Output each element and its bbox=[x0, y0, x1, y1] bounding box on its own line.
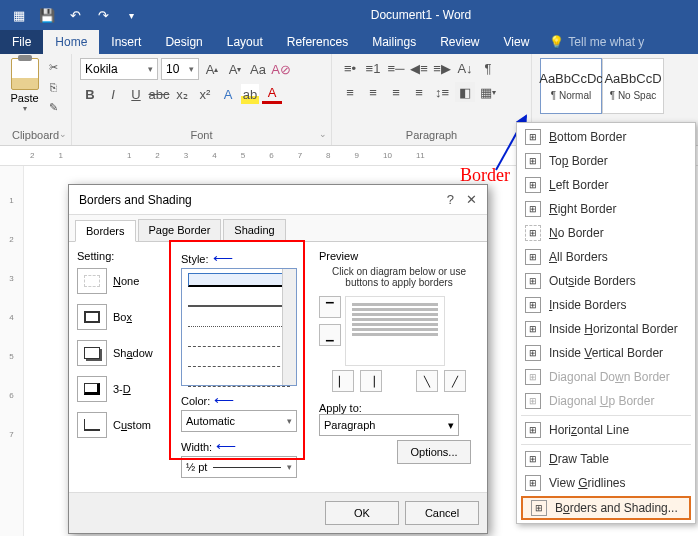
redo-button[interactable]: ↷ bbox=[90, 2, 116, 28]
tab-references[interactable]: References bbox=[275, 30, 360, 54]
dialog-tab-borders[interactable]: Borders bbox=[75, 220, 136, 242]
ok-button[interactable]: OK bbox=[325, 501, 399, 525]
word-app-icon[interactable]: ▦ bbox=[6, 2, 32, 28]
borders-button[interactable]: ▦▾ bbox=[478, 82, 498, 102]
border-menu-icon: ⊞ bbox=[525, 393, 541, 409]
preview-diagram[interactable] bbox=[345, 296, 445, 366]
copy-button[interactable]: ⎘ bbox=[43, 78, 63, 96]
multilevel-button[interactable]: ≡─ bbox=[386, 58, 406, 78]
border-menu-item-15[interactable]: ⊞Borders and Shading... bbox=[521, 496, 691, 520]
vertical-ruler[interactable]: 1234567 bbox=[0, 166, 24, 536]
numbering-button[interactable]: ≡1 bbox=[363, 58, 383, 78]
border-menu-item-0[interactable]: ⊞Bottom Border bbox=[517, 125, 695, 149]
show-marks-button[interactable]: ¶ bbox=[478, 58, 498, 78]
preview-right-button[interactable]: ▕ bbox=[360, 370, 382, 392]
width-combo[interactable]: ½ pt▾ bbox=[181, 456, 297, 478]
qat-customize-icon[interactable]: ▾ bbox=[118, 2, 144, 28]
cut-button[interactable]: ✂ bbox=[43, 58, 63, 76]
change-case-button[interactable]: Aa bbox=[248, 59, 268, 79]
align-center-button[interactable]: ≡ bbox=[363, 82, 383, 102]
underline-button[interactable]: U bbox=[126, 84, 146, 104]
border-menu-item-12[interactable]: ⊞Horizontal Line bbox=[517, 418, 695, 442]
border-menu-item-1[interactable]: ⊞Top Border bbox=[517, 149, 695, 173]
clear-format-button[interactable]: A⊘ bbox=[271, 59, 291, 79]
dialog-tab-shading[interactable]: Shading bbox=[223, 219, 285, 241]
tell-me-label: Tell me what y bbox=[568, 35, 644, 49]
border-menu-item-14[interactable]: ⊞View Gridlines bbox=[517, 471, 695, 495]
subscript-button[interactable]: x₂ bbox=[172, 84, 192, 104]
setting-3d[interactable]: 3-D bbox=[77, 376, 173, 402]
justify-button[interactable]: ≡ bbox=[409, 82, 429, 102]
border-menu-label: Draw Table bbox=[549, 452, 609, 466]
preview-top-button[interactable]: ▔ bbox=[319, 296, 341, 318]
dialog-title-bar[interactable]: Borders and Shading ? ✕ bbox=[69, 185, 487, 215]
decrease-indent-button[interactable]: ◀≡ bbox=[409, 58, 429, 78]
tab-review[interactable]: Review bbox=[428, 30, 491, 54]
align-left-button[interactable]: ≡ bbox=[340, 82, 360, 102]
increase-indent-button[interactable]: ≡▶ bbox=[432, 58, 452, 78]
preview-diag1-button[interactable]: ╲ bbox=[416, 370, 438, 392]
dialog-close-button[interactable]: ✕ bbox=[466, 192, 477, 207]
border-menu-icon: ⊞ bbox=[525, 369, 541, 385]
tab-file[interactable]: File bbox=[0, 30, 43, 54]
tab-mailings[interactable]: Mailings bbox=[360, 30, 428, 54]
italic-button[interactable]: I bbox=[103, 84, 123, 104]
superscript-button[interactable]: x² bbox=[195, 84, 215, 104]
setting-shadow[interactable]: Shadow bbox=[77, 340, 173, 366]
preview-bottom-button[interactable]: ▁ bbox=[319, 324, 341, 346]
style-scrollbar[interactable] bbox=[282, 269, 296, 385]
format-painter-button[interactable]: ✎ bbox=[43, 98, 63, 116]
strikethrough-button[interactable]: abc bbox=[149, 84, 169, 104]
tab-insert[interactable]: Insert bbox=[99, 30, 153, 54]
tab-layout[interactable]: Layout bbox=[215, 30, 275, 54]
color-combo[interactable]: Automatic▾ bbox=[181, 410, 297, 432]
tab-view[interactable]: View bbox=[492, 30, 542, 54]
width-label-text: Width: bbox=[181, 441, 212, 453]
options-button[interactable]: Options... bbox=[397, 440, 471, 464]
undo-button[interactable]: ↶ bbox=[62, 2, 88, 28]
border-menu-item-5[interactable]: ⊞All Borders bbox=[517, 245, 695, 269]
border-menu-item-7[interactable]: ⊞Inside Borders bbox=[517, 293, 695, 317]
sort-button[interactable]: A↓ bbox=[455, 58, 475, 78]
setting-box[interactable]: Box bbox=[77, 304, 173, 330]
style-nospace[interactable]: AaBbCcD ¶ No Spac bbox=[602, 58, 664, 114]
border-menu-item-9[interactable]: ⊞Inside Vertical Border bbox=[517, 341, 695, 365]
dialog-help-button[interactable]: ? bbox=[447, 192, 454, 207]
dialog-tab-page[interactable]: Page Border bbox=[138, 219, 222, 241]
paste-button[interactable]: Paste ▾ bbox=[8, 58, 41, 113]
preview-diag2-button[interactable]: ╱ bbox=[444, 370, 466, 392]
style-normal[interactable]: AaBbCcDc ¶ Normal bbox=[540, 58, 602, 114]
border-menu-item-4[interactable]: ⊞No Border bbox=[517, 221, 695, 245]
save-button[interactable]: 💾 bbox=[34, 2, 60, 28]
shading-button[interactable]: ◧ bbox=[455, 82, 475, 102]
bold-button[interactable]: B bbox=[80, 84, 100, 104]
setting-none[interactable]: None bbox=[77, 268, 173, 294]
cancel-button[interactable]: Cancel bbox=[405, 501, 479, 525]
apply-to-combo[interactable]: Paragraph▾ bbox=[319, 414, 459, 436]
font-size-combo[interactable]: 10▾ bbox=[161, 58, 199, 80]
tab-home[interactable]: Home bbox=[43, 30, 99, 54]
text-effects-button[interactable]: A bbox=[218, 84, 238, 104]
setting-custom[interactable]: Custom bbox=[77, 412, 173, 438]
font-color-button[interactable]: A bbox=[262, 84, 282, 104]
style-list[interactable] bbox=[181, 268, 297, 386]
border-menu-item-2[interactable]: ⊞Left Border bbox=[517, 173, 695, 197]
shrink-font-button[interactable]: A▾ bbox=[225, 59, 245, 79]
tab-design[interactable]: Design bbox=[153, 30, 214, 54]
dialog-tabs: Borders Page Border Shading bbox=[69, 215, 487, 242]
border-menu-icon: ⊞ bbox=[525, 129, 541, 145]
bullets-button[interactable]: ≡• bbox=[340, 58, 360, 78]
border-menu-item-3[interactable]: ⊞Right Border bbox=[517, 197, 695, 221]
border-menu-item-13[interactable]: ⊞Draw Table bbox=[517, 447, 695, 471]
font-name-combo[interactable]: Kokila▾ bbox=[80, 58, 158, 80]
tell-me[interactable]: 💡Tell me what y bbox=[541, 30, 644, 54]
border-menu-item-8[interactable]: ⊞Inside Horizontal Border bbox=[517, 317, 695, 341]
setting-box-icon bbox=[77, 304, 107, 330]
border-menu-item-6[interactable]: ⊞Outside Borders bbox=[517, 269, 695, 293]
grow-font-button[interactable]: A▴ bbox=[202, 59, 222, 79]
highlight-button[interactable]: ab bbox=[241, 84, 259, 104]
align-right-button[interactable]: ≡ bbox=[386, 82, 406, 102]
line-spacing-button[interactable]: ↕≡ bbox=[432, 82, 452, 102]
preview-left-button[interactable]: ▏ bbox=[332, 370, 354, 392]
border-menu-item-10: ⊞Diagonal Down Border bbox=[517, 365, 695, 389]
